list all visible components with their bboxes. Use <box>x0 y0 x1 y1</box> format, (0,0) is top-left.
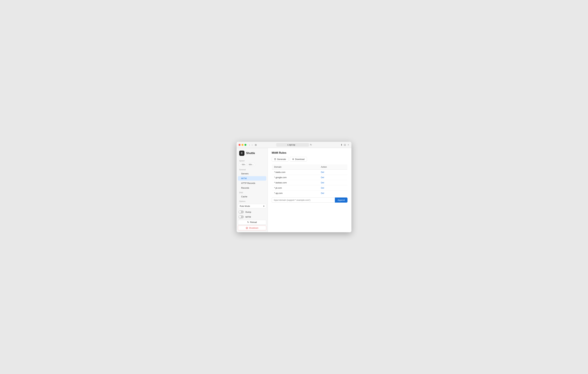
table-header-row: Domain Action <box>272 164 347 170</box>
domain-cell: *.jd.com <box>272 185 319 191</box>
append-button[interactable]: Append <box>335 197 347 203</box>
col-domain: Domain <box>272 164 319 170</box>
mitm-label: MITM <box>245 216 251 218</box>
table-row: *.qq.com Del <box>272 191 347 196</box>
domain-cell: *.qq.com <box>272 191 319 196</box>
sidebar-item-records[interactable]: Records <box>238 186 266 190</box>
speed-label: Speed <box>237 158 268 162</box>
domain-cell: *.baidu.com <box>272 170 319 175</box>
minimize-button[interactable] <box>242 144 243 146</box>
col-action: Action <box>319 164 347 170</box>
rule-mode-label: Rule Mode <box>240 205 250 207</box>
chevron-down-icon: ▾ <box>263 205 264 207</box>
download-speed-value: 0B/s ↓ <box>249 164 254 166</box>
sidebar-item-servers[interactable]: Servers <box>238 171 266 176</box>
domain-cell: *.taobao.com <box>272 180 319 185</box>
upload-speed-badge: ↑ 0B/s <box>239 163 247 166</box>
reload-button[interactable]: ↻ Reload <box>238 220 266 225</box>
power-icon: ⏻ <box>246 227 248 229</box>
action-cell: Del <box>319 185 347 191</box>
content-area: MitM Rules ☰ Generate ⬇ Download Domain … <box>268 148 351 232</box>
input-row: Append <box>272 197 347 203</box>
add-tab-button[interactable]: ⊡ <box>344 144 346 146</box>
sidebar-toggle-button[interactable]: ⊞ <box>254 143 258 146</box>
options-label: Options <box>238 199 266 203</box>
domain-cell: *.google.com <box>272 175 319 180</box>
app-header: C Shuttle <box>237 151 268 158</box>
back-button[interactable]: ‹ <box>248 143 251 146</box>
table-row: *.baidu.com Del <box>272 170 347 175</box>
upload-speed-value: ↑ 0B/s <box>240 164 245 166</box>
rule-mode-select[interactable]: Rule Mode ▾ <box>238 204 266 208</box>
action-cell: Del <box>319 191 347 196</box>
reload-label: Reload <box>250 221 257 223</box>
nav-buttons: ‹ › <box>248 143 253 146</box>
mitm-toggle[interactable] <box>239 215 244 218</box>
url-input[interactable] <box>276 143 309 147</box>
download-icon: ⬇ <box>292 158 294 160</box>
generate-button[interactable]: ☰ Generate <box>272 157 288 162</box>
shutdown-button[interactable]: ⏻ Shutdown <box>238 226 266 230</box>
del-link[interactable]: Del <box>321 192 324 194</box>
traffic-lights <box>239 144 246 146</box>
generate-icon: ☰ <box>274 158 276 160</box>
new-tab-button[interactable]: ＋ <box>347 143 349 146</box>
maximize-button[interactable] <box>244 144 246 146</box>
shutdown-label: Shutdown <box>249 227 258 229</box>
dump-toggle[interactable] <box>239 210 244 213</box>
dns-label: DNS <box>237 190 268 194</box>
del-link[interactable]: Del <box>321 176 324 179</box>
speed-bar: ↑ 0B/s 0B/s ↓ <box>237 162 268 167</box>
table-row: *.google.com Del <box>272 175 347 180</box>
domain-input[interactable] <box>272 197 335 203</box>
forward-button[interactable]: › <box>251 143 253 146</box>
close-button[interactable] <box>239 144 241 146</box>
table-row: *.taobao.com Del <box>272 180 347 185</box>
mitm-table: Domain Action *.baidu.com Del *.google.c… <box>272 164 347 196</box>
del-link[interactable]: Del <box>321 187 324 189</box>
app-title: Shuttle <box>246 152 255 155</box>
titlebar: ‹ › ⊞ ↻ ⬆ ⊡ ＋ <box>237 142 351 148</box>
page-title: MitM Rules <box>272 151 347 155</box>
dump-toggle-row: Dump <box>238 210 266 214</box>
general-label: General <box>237 167 268 171</box>
main-container: C Shuttle Speed ↑ 0B/s 0B/s ↓ General Se… <box>237 148 351 232</box>
toolbar: ☰ Generate ⬇ Download <box>272 157 347 162</box>
app-logo: C <box>239 151 244 156</box>
del-link[interactable]: Del <box>321 171 324 173</box>
download-speed-badge: 0B/s ↓ <box>248 163 255 166</box>
app-window: ‹ › ⊞ ↻ ⬆ ⊡ ＋ C Shuttle Speed ↑ <box>237 142 351 232</box>
url-area: ↻ <box>276 143 312 147</box>
action-cell: Del <box>319 180 347 185</box>
generate-label: Generate <box>277 158 286 160</box>
del-link[interactable]: Del <box>321 181 324 184</box>
refresh-button[interactable]: ↻ <box>310 144 312 146</box>
sidebar-bottom: Options Rule Mode ▾ Dump MITM ↻ Reload <box>237 199 268 230</box>
action-cell: Del <box>319 175 347 180</box>
logo-letter: C <box>241 152 243 155</box>
titlebar-actions: ⬆ ⊡ ＋ <box>341 143 349 146</box>
dump-label: Dump <box>245 211 251 213</box>
sidebar-item-cache[interactable]: Cache <box>238 194 266 199</box>
action-cell: Del <box>319 170 347 175</box>
sidebar-item-http-records[interactable]: HTTP Records <box>238 181 266 185</box>
reload-icon: ↻ <box>247 221 249 223</box>
share-button[interactable]: ⬆ <box>341 144 343 146</box>
sidebar: C Shuttle Speed ↑ 0B/s 0B/s ↓ General Se… <box>237 148 268 232</box>
download-button[interactable]: ⬇ Download <box>290 157 307 162</box>
mitm-toggle-row: MITM <box>238 215 266 219</box>
download-label: Download <box>295 158 304 160</box>
table-row: *.jd.com Del <box>272 185 347 191</box>
sidebar-item-mitm[interactable]: MITM <box>238 176 266 181</box>
